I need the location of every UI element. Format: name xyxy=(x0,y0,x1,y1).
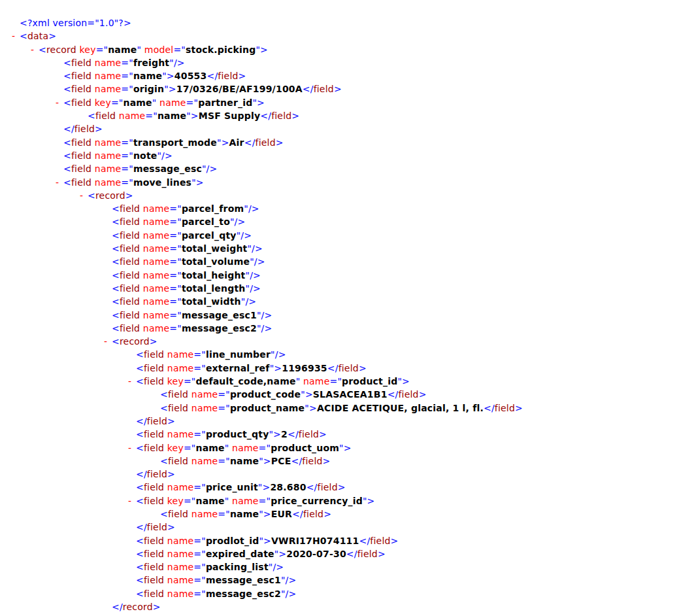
xml-markup: < xyxy=(112,323,120,334)
xml-markup: =" xyxy=(169,203,182,214)
attribute-value: total_width xyxy=(182,296,241,307)
xml-markup: =" xyxy=(218,403,230,413)
collapse-toggle-icon[interactable]: - xyxy=(128,494,136,507)
attribute-value: name xyxy=(196,443,225,453)
xml-markup: =" xyxy=(121,58,133,68)
xml-markup: </ xyxy=(288,429,299,439)
attribute-value: price_unit xyxy=(206,482,258,492)
tag-name: field xyxy=(168,389,188,400)
xml-markup: " xyxy=(259,509,263,519)
xml-markup: </ xyxy=(136,416,147,426)
tag-name: field xyxy=(144,549,164,559)
xml-markup: > xyxy=(338,482,346,492)
collapse-toggle-icon[interactable]: - xyxy=(104,613,112,616)
collapse-toggle-icon[interactable]: - xyxy=(56,176,63,189)
xml-line: -<field key="default_code,name" name="pr… xyxy=(0,375,679,388)
tag-name: field xyxy=(71,150,91,161)
tag-name: field xyxy=(144,443,164,453)
attribute-name: key xyxy=(164,443,184,453)
xml-markup: </ xyxy=(136,522,147,532)
xml-line: <field name="expired_date">2020-07-30</f… xyxy=(0,547,679,560)
xml-line: -<record> xyxy=(0,189,679,202)
attribute-value: message_esc2 xyxy=(182,323,257,334)
attribute-name: name xyxy=(188,509,218,519)
xml-line: <field name="parcel_from"/> xyxy=(0,202,679,215)
xml-markup: > xyxy=(305,389,313,400)
xml-markup: < xyxy=(160,403,168,413)
attribute-value: default_code,name xyxy=(196,376,296,386)
tag-name: field xyxy=(71,71,91,81)
tag-name: field xyxy=(144,349,164,360)
xml-line: <field name="note"/> xyxy=(0,149,679,162)
xml-markup: /> xyxy=(254,256,265,267)
attribute-name: name xyxy=(164,562,193,572)
xml-markup: " xyxy=(250,256,254,267)
xml-markup: > xyxy=(125,190,133,201)
collapse-toggle-icon[interactable]: - xyxy=(80,189,88,202)
collapse-toggle-icon[interactable]: - xyxy=(56,96,63,109)
xml-markup: /> xyxy=(250,283,261,294)
tag-name: field xyxy=(144,496,164,506)
collapse-toggle-icon[interactable]: - xyxy=(128,441,136,454)
xml-line: <field name="parcel_qty"/> xyxy=(0,229,679,242)
xml-markup: < xyxy=(136,589,144,599)
xml-markup: < xyxy=(39,44,46,55)
xml-markup: > xyxy=(323,456,331,466)
xml-markup: > xyxy=(263,509,271,519)
xml-line: <field name="message_esc2"/> xyxy=(0,587,679,600)
xml-markup: /> xyxy=(273,562,284,572)
tag-name: field xyxy=(71,84,91,94)
attribute-name: name xyxy=(140,243,169,254)
xml-line: <field name="message_esc2"/> xyxy=(0,322,679,335)
attribute-value: product_qty xyxy=(206,429,269,439)
collapse-toggle-icon[interactable]: - xyxy=(31,43,39,56)
attribute-value: message_esc1 xyxy=(206,575,281,585)
tag-name: field xyxy=(168,509,188,519)
attribute-name: name xyxy=(91,177,121,188)
xml-markup: < xyxy=(136,429,144,439)
collapse-toggle-icon[interactable]: - xyxy=(12,29,20,43)
tag-name: field xyxy=(120,323,140,334)
attribute-name: name xyxy=(91,137,121,148)
xml-markup: < xyxy=(112,243,120,254)
xml-markup: /> xyxy=(161,150,173,161)
attribute-name: name xyxy=(140,216,169,227)
xml-markup: < xyxy=(20,31,27,41)
xml-markup: < xyxy=(160,389,168,400)
xml-markup: < xyxy=(63,177,71,188)
xml-line: <field name="packing_list"/> xyxy=(0,560,679,573)
xml-markup: =" xyxy=(169,230,182,241)
xml-markup: < xyxy=(112,203,120,214)
attribute-value: product_id xyxy=(342,376,397,386)
xml-markup: =" xyxy=(218,509,230,519)
xml-markup: > xyxy=(239,71,246,81)
xml-markup: </ xyxy=(112,602,123,612)
xml-markup: =" xyxy=(218,456,230,466)
xml-markup: > xyxy=(378,549,386,559)
xml-markup: < xyxy=(112,283,120,294)
xml-markup: < xyxy=(63,150,71,161)
xml-markup: > xyxy=(367,496,375,506)
xml-line: -<record key="name" model="stock.picking… xyxy=(0,43,679,56)
xml-markup: < xyxy=(112,310,120,320)
xml-markup: " xyxy=(244,203,248,214)
tag-name: field xyxy=(95,111,116,121)
xml-line: <field name="total_width"/> xyxy=(0,295,679,308)
xml-line: <field name="name">MSF Supply</field> xyxy=(0,109,679,122)
xml-markup: =" xyxy=(184,443,196,453)
tag-name: field xyxy=(71,137,91,148)
xml-markup: " xyxy=(202,163,207,174)
tag-name: record xyxy=(120,336,150,347)
xml-markup: < xyxy=(63,97,71,108)
xml-markup: </ xyxy=(303,84,314,94)
tag-name: field xyxy=(71,97,91,108)
xml-markup: > xyxy=(273,429,281,439)
collapse-toggle-icon[interactable]: - xyxy=(104,335,112,348)
xml-markup: /> xyxy=(286,575,297,585)
xml-markup: =" xyxy=(121,84,133,94)
xml-markup: > xyxy=(323,509,331,519)
collapse-toggle-icon[interactable]: - xyxy=(128,375,136,388)
attribute-name: name xyxy=(140,323,169,334)
xml-line: </field> xyxy=(0,122,679,135)
xml-markup: =" xyxy=(186,97,199,108)
